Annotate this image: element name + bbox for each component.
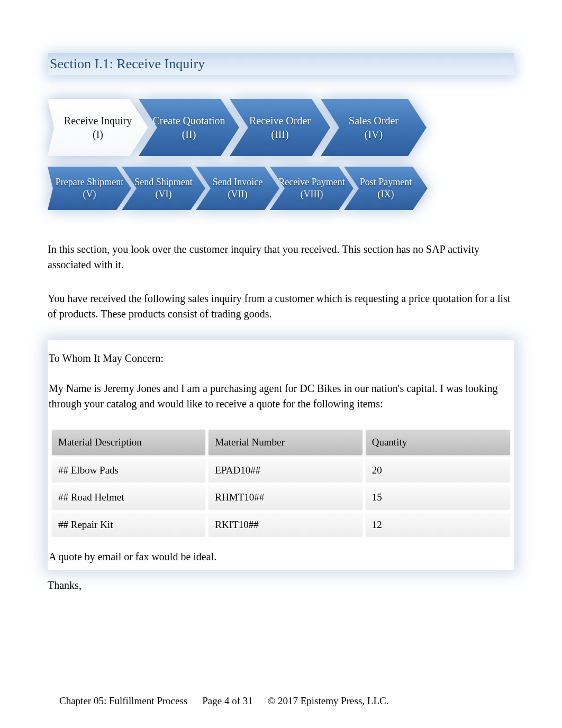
table-header-row: Material Description Material Number Qua… [52, 430, 510, 455]
cell-quantity: 12 [366, 513, 510, 537]
process-step-label: Prepare Shipment [56, 176, 123, 188]
process-step-sales-order: Sales Order (IV) [321, 99, 427, 156]
section-heading: Section I.1: Receive Inquiry [48, 53, 514, 75]
process-step-label: Create Quotation [152, 114, 225, 128]
process-step-number: (IV) [365, 128, 383, 141]
col-header-quantity: Quantity [366, 430, 510, 455]
process-step-post-payment: Post Payment (IX) [344, 167, 428, 210]
intro-paragraph-1: In this section, you look over the custo… [48, 242, 514, 272]
process-step-number: (VII) [228, 188, 248, 201]
process-step-label: Sales Order [349, 114, 398, 128]
process-step-number: (V) [83, 188, 96, 201]
process-step-prepare-shipment: Prepare Shipment (V) [48, 167, 131, 210]
footer-copyright: © 2017 Epistemy Press, LLC. [268, 695, 389, 707]
table-row: ## Repair Kit RKIT10## 12 [52, 513, 510, 537]
process-step-number: (VIII) [301, 188, 323, 201]
letter-thanks: Thanks, [48, 579, 514, 592]
footer-chapter: Chapter 05: Fulfillment Process [59, 695, 187, 707]
cell-quantity: 20 [366, 458, 510, 483]
process-row-2: Prepare Shipment (V) Send Shipment (VI) … [48, 167, 514, 210]
cell-description: ## Road Helmet [52, 485, 205, 509]
process-step-label: Send Shipment [134, 176, 193, 188]
letter-salutation: To Whom It May Concern: [49, 351, 513, 366]
cell-material-number: EPAD10## [209, 458, 362, 483]
process-step-number: (II) [182, 128, 196, 141]
process-step-label: Receive Inquiry [64, 114, 132, 128]
process-step-label: Post Payment [360, 176, 412, 188]
process-step-receive-order: Receive Order (III) [230, 99, 330, 156]
letter-signoff: Thanks, [48, 579, 514, 592]
letter-body: To Whom It May Concern: My Name is Jerem… [48, 351, 514, 565]
process-step-number: (III) [271, 128, 288, 141]
process-step-number: (VI) [156, 188, 172, 201]
materials-table: Material Description Material Number Qua… [49, 426, 513, 540]
process-step-number: (I) [93, 128, 103, 141]
inquiry-letter: To Whom It May Concern: My Name is Jerem… [48, 340, 514, 570]
document-page: Section I.1: Receive Inquiry Receive Inq… [0, 0, 562, 728]
process-step-label: Receive Payment [278, 176, 345, 188]
col-header-description: Material Description [52, 430, 205, 455]
footer-page-number: Page 4 of 31 [202, 695, 253, 707]
process-step-receive-payment: Receive Payment (VIII) [270, 167, 353, 210]
page-footer: Chapter 05: Fulfillment Process Page 4 o… [59, 695, 514, 707]
table-row: ## Road Helmet RHMT10## 15 [52, 485, 510, 509]
letter-closing-line: A quote by email or fax would be ideal. [49, 549, 513, 565]
process-step-receive-inquiry: Receive Inquiry (I) [48, 99, 148, 156]
body-text: In this section, you look over the custo… [48, 242, 514, 322]
process-step-label: Send Invoice [213, 176, 262, 188]
cell-description: ## Repair Kit [52, 513, 205, 537]
process-step-label: Receive Order [249, 114, 311, 128]
cell-description: ## Elbow Pads [52, 458, 205, 483]
process-step-create-quotation: Create Quotation (II) [139, 99, 239, 156]
process-row-1: Receive Inquiry (I) Create Quotation (II… [48, 99, 514, 156]
process-step-send-shipment: Send Shipment (VI) [122, 167, 205, 210]
cell-material-number: RHMT10## [209, 485, 362, 509]
cell-quantity: 15 [366, 485, 510, 509]
table-row: ## Elbow Pads EPAD10## 20 [52, 458, 510, 483]
letter-intro: My Name is Jeremy Jones and I am a purch… [49, 381, 513, 412]
col-header-material-number: Material Number [209, 430, 362, 455]
intro-paragraph-2: You have received the following sales in… [48, 291, 514, 322]
process-step-send-invoice: Send Invoice (VII) [196, 167, 279, 210]
process-step-number: (IX) [378, 188, 394, 201]
cell-material-number: RKIT10## [209, 513, 362, 537]
process-chevron-diagram: Receive Inquiry (I) Create Quotation (II… [48, 99, 514, 210]
